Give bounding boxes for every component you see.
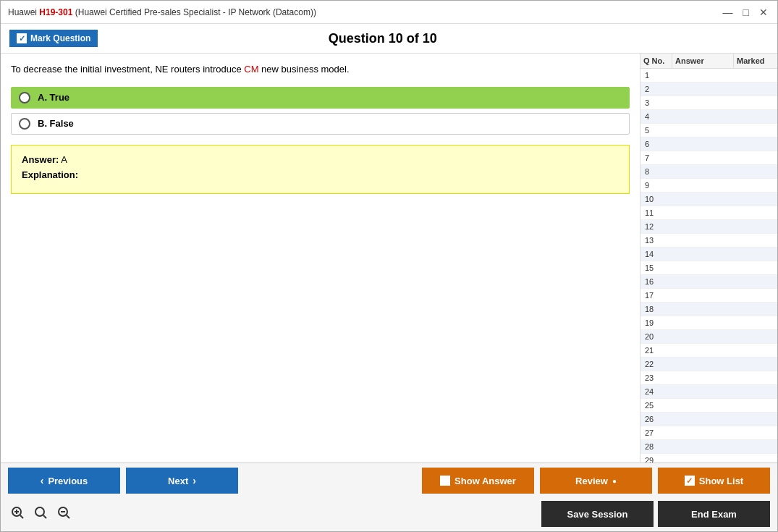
toolbar: Mark Question Question 10 of 10 [1,24,777,54]
next-button[interactable]: Next › [126,468,238,494]
sidebar-row[interactable]: 19 [640,316,777,330]
highlight-cm: CM [244,64,258,75]
zoom-normal-button[interactable] [31,504,50,523]
col-marked: Marked [734,54,777,68]
sidebar-row-num: 20 [640,332,672,341]
sidebar-row[interactable]: 25 [640,399,777,413]
previous-button[interactable]: ‹ Previous [8,468,120,494]
zoom-out-button[interactable] [54,504,73,523]
sidebar-header: Q No. Answer Marked [640,54,777,69]
zoom-row: Save Session End Exam [1,498,777,531]
sidebar-row-num: 22 [640,360,672,368]
mark-question-label: Mark Question [30,33,90,43]
sidebar-row-num: 5 [640,126,672,135]
sidebar-row-num: 7 [640,153,672,162]
sidebar-row[interactable]: 14 [640,248,777,261]
end-exam-label: End Exam [691,509,737,520]
sidebar-row[interactable]: 12 [640,220,777,234]
answer-label: Answer: [22,154,59,165]
title-bar: Huawei H19-301 (Huawei Certified Pre-sal… [1,1,777,24]
question-text: To decrease the initial investment, NE r… [11,62,630,77]
show-list-label: Show List [699,476,743,486]
sidebar-row[interactable]: 22 [640,358,777,371]
show-answer-button[interactable]: Show Answer [422,468,534,494]
sidebar-row-num: 1 [640,71,672,80]
save-session-button[interactable]: Save Session [541,501,654,527]
sidebar-row[interactable]: 4 [640,110,777,124]
mark-question-button[interactable]: Mark Question [9,30,98,47]
sidebar-row-num: 21 [640,346,672,355]
zoom-normal-icon [34,506,47,519]
sidebar-row[interactable]: 24 [640,385,777,399]
sidebar-row[interactable]: 5 [640,124,777,138]
sidebar-row-num: 19 [640,318,672,327]
sidebar-row-num: 28 [640,442,672,451]
sidebar-row[interactable]: 7 [640,151,777,165]
sidebar-row-num: 14 [640,250,672,258]
sidebar-row[interactable]: 3 [640,96,777,110]
sidebar-row[interactable]: 13 [640,234,777,248]
sidebar-row[interactable]: 17 [640,289,777,303]
sidebar-row[interactable]: 29 [640,454,777,463]
sidebar-row-num: 2 [640,85,672,93]
sidebar-row-num: 24 [640,387,672,396]
options-list: A. True B. False [11,87,630,135]
sidebar-row[interactable]: 10 [640,193,777,206]
sidebar-row-num: 11 [640,208,672,217]
option-a-label: A. True [38,92,69,103]
sidebar-row[interactable]: 20 [640,330,777,344]
restore-button[interactable]: □ [741,7,751,18]
show-list-button[interactable]: Show List [658,468,770,494]
review-button[interactable]: Review ● [540,468,652,494]
content-area: To decrease the initial investment, NE r… [1,54,777,463]
window-title: Huawei H19-301 (Huawei Certified Pre-sal… [8,7,316,17]
sidebar-row-num: 25 [640,401,672,410]
sidebar-row[interactable]: 2 [640,83,777,96]
option-b[interactable]: B. False [11,113,630,135]
answer-value: A [61,154,67,165]
sidebar-row-num: 3 [640,98,672,107]
show-list-checkbox-icon [685,476,695,486]
sidebar-row-num: 4 [640,112,672,121]
option-a[interactable]: A. True [11,87,630,109]
save-session-label: Save Session [567,509,628,520]
main-panel: To decrease the initial investment, NE r… [1,54,640,463]
sidebar-row[interactable]: 11 [640,206,777,220]
sidebar-row-num: 17 [640,291,672,300]
sidebar-list: 1 2 3 4 5 6 7 8 [640,69,777,463]
sidebar-row-num: 12 [640,222,672,231]
sidebar-row[interactable]: 28 [640,440,777,454]
sidebar-row[interactable]: 8 [640,165,777,179]
radio-a [19,92,30,104]
sidebar-row[interactable]: 26 [640,413,777,426]
minimize-button[interactable]: — [721,7,735,18]
next-arrow-icon: › [193,475,196,486]
main-window: Huawei H19-301 (Huawei Certified Pre-sal… [0,0,778,532]
sidebar-row[interactable]: 6 [640,138,777,151]
col-qno: Q No. [640,54,672,68]
show-answer-label: Show Answer [454,476,516,486]
sidebar-row[interactable]: 23 [640,371,777,385]
sidebar-row[interactable]: 1 [640,69,777,83]
sidebar: Q No. Answer Marked 1 2 3 4 5 6 [640,54,777,463]
sidebar-row[interactable]: 16 [640,275,777,289]
mark-checkbox-icon [17,33,27,43]
nav-row: ‹ Previous Next › Show Answer Review ● S… [1,463,777,498]
zoom-out-icon [57,506,70,519]
sidebar-row[interactable]: 15 [640,261,777,275]
sidebar-row[interactable]: 18 [640,303,777,316]
zoom-in-button[interactable] [8,504,27,523]
explanation-line: Explanation: [22,169,619,180]
prev-arrow-icon: ‹ [41,475,44,486]
close-button[interactable]: ✕ [757,7,770,18]
end-exam-button[interactable]: End Exam [658,501,770,527]
bottom-bar: ‹ Previous Next › Show Answer Review ● S… [1,463,777,531]
sidebar-row[interactable]: 27 [640,426,777,440]
answer-line: Answer: A [22,154,619,165]
sidebar-row[interactable]: 9 [640,179,777,193]
sidebar-row[interactable]: 21 [640,344,777,358]
svg-line-5 [43,515,46,518]
review-dot-icon: ● [612,477,617,485]
option-b-label: B. False [38,118,74,129]
sidebar-row-num: 16 [640,277,672,286]
